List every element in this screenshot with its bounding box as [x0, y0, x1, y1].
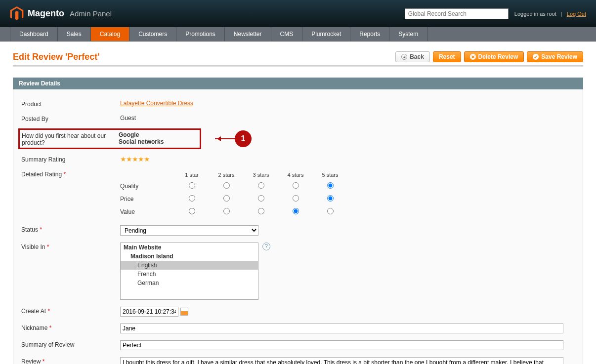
arrow-icon: [215, 138, 236, 139]
rating-radio[interactable]: [189, 182, 195, 189]
rating-radio[interactable]: [327, 182, 334, 189]
product-label: Product: [21, 100, 120, 108]
visible-in-listbox[interactable]: Main Website Madison Island English Fren…: [120, 243, 258, 300]
nickname-input[interactable]: [120, 324, 563, 333]
action-buttons: ◂Back Reset ✕Delete Review ✓Save Review: [395, 51, 583, 62]
page-title: Edit Review 'Perfect': [13, 52, 100, 62]
nav-system[interactable]: System: [389, 27, 427, 41]
rating-radio[interactable]: [293, 182, 299, 189]
rating-header: 2 stars: [209, 170, 244, 180]
rating-radio[interactable]: [189, 208, 195, 214]
header-right: Logged in as root | Log Out: [405, 8, 586, 19]
rating-radio[interactable]: [327, 195, 334, 202]
rating-radio[interactable]: [327, 208, 334, 214]
rating-header: 4 stars: [278, 170, 313, 180]
back-arrow-icon: ◂: [401, 54, 407, 60]
rating-name: Value: [120, 206, 174, 218]
reset-button[interactable]: Reset: [433, 51, 461, 62]
review-text-label: Review *: [21, 357, 120, 364]
nav-newsletter[interactable]: Newsletter: [225, 27, 271, 41]
list-item[interactable]: German: [121, 279, 258, 287]
row-summary-rating: Summary Rating ★★★★★: [21, 152, 575, 166]
row-summary-of-review: Summary of Review: [21, 337, 575, 354]
nickname-label: Nickname *: [21, 324, 120, 331]
nav-dashboard[interactable]: Dashboard: [10, 27, 58, 41]
rating-radio[interactable]: [293, 208, 299, 214]
page-content: Edit Review 'Perfect' ◂Back Reset ✕Delet…: [0, 41, 596, 364]
rating-header: 5 stars: [313, 170, 347, 180]
hear-values: Google Social networks: [119, 131, 198, 146]
rating-name: Quality: [120, 180, 174, 192]
row-nickname: Nickname *: [21, 320, 575, 337]
nav-promotions[interactable]: Promotions: [176, 27, 225, 41]
login-info: Logged in as root | Log Out: [514, 11, 586, 17]
list-item[interactable]: English: [121, 261, 258, 270]
logged-in-text: Logged in as root: [514, 11, 556, 17]
product-link[interactable]: Lafayette Convertible Dress: [120, 100, 193, 107]
summary-of-review-label: Summary of Review: [21, 340, 120, 348]
nav-catalog[interactable]: Catalog: [91, 27, 129, 41]
posted-by-value: Guest: [120, 115, 575, 121]
section-body: Product Lafayette Convertible Dress Post…: [13, 89, 583, 364]
status-label: Status *: [21, 225, 120, 233]
delete-review-button[interactable]: ✕Delete Review: [464, 51, 524, 62]
section-header: Review Details: [13, 78, 583, 89]
rating-radio[interactable]: [258, 208, 264, 214]
admin-header: Magento Admin Panel Logged in as root | …: [0, 0, 596, 27]
review-textarea[interactable]: [120, 357, 563, 364]
main-nav: DashboardSalesCatalogCustomersPromotions…: [0, 27, 596, 41]
row-detailed-rating: Detailed Rating * 1 star2 stars3 stars4 …: [21, 166, 575, 222]
nav-sales[interactable]: Sales: [58, 27, 91, 41]
rating-radio[interactable]: [223, 182, 230, 189]
visible-in-label: Visible In *: [21, 243, 120, 250]
brand-sub: Admin Panel: [70, 9, 112, 18]
logo: Magento Admin Panel: [10, 6, 112, 21]
rating-radio[interactable]: [223, 208, 230, 214]
callout-pointer: 1: [215, 130, 252, 147]
magento-logo-icon: [10, 6, 24, 21]
help-icon[interactable]: ?: [262, 243, 270, 250]
row-status: Status * Pending: [21, 222, 575, 239]
callout-highlight: How did you first hear about our product…: [18, 128, 201, 149]
save-review-button[interactable]: ✓Save Review: [527, 51, 583, 62]
nav-reports[interactable]: Reports: [350, 27, 389, 41]
nav-customers[interactable]: Customers: [129, 27, 176, 41]
nav-cms[interactable]: CMS: [271, 27, 303, 41]
row-created-at: Create At *: [21, 303, 575, 320]
rating-radio[interactable]: [223, 195, 230, 202]
global-search-input[interactable]: [405, 8, 509, 19]
page-head: Edit Review 'Perfect' ◂Back Reset ✕Delet…: [13, 41, 583, 65]
rating-header: 3 stars: [244, 170, 278, 180]
back-button[interactable]: ◂Back: [395, 51, 430, 62]
created-at-input[interactable]: [120, 307, 178, 317]
summary-input[interactable]: [120, 340, 563, 350]
rating-name: Price: [120, 193, 174, 205]
list-item[interactable]: Madison Island: [121, 252, 258, 261]
list-item[interactable]: Main Website: [121, 243, 258, 252]
logout-link[interactable]: Log Out: [567, 11, 586, 17]
posted-by-label: Posted By: [21, 115, 120, 122]
row-posted-by: Posted By Guest: [21, 111, 575, 126]
rating-row: Price: [120, 193, 575, 205]
head-divider: [13, 65, 583, 67]
delete-icon: ✕: [470, 54, 476, 60]
rating-radio[interactable]: [258, 182, 264, 189]
calendar-icon[interactable]: [180, 308, 188, 316]
hear-label: How did you first hear about our product…: [22, 131, 119, 146]
rating-radio[interactable]: [293, 195, 299, 202]
rating-radio[interactable]: [189, 195, 195, 202]
row-hear-about: How did you first hear about our product…: [21, 126, 575, 152]
nav-plumrocket[interactable]: Plumrocket: [302, 27, 350, 41]
status-select[interactable]: Pending: [120, 225, 258, 236]
summary-rating-label: Summary Rating: [21, 155, 120, 163]
list-item[interactable]: French: [121, 270, 258, 279]
rating-table: 1 star2 stars3 stars4 stars5 starsQualit…: [120, 170, 575, 218]
check-icon: ✓: [533, 54, 539, 60]
detailed-rating-label: Detailed Rating *: [21, 170, 120, 178]
rating-row: Value: [120, 205, 575, 218]
row-review-text: Review *: [21, 354, 575, 364]
brand-name: Magento: [28, 8, 64, 19]
rating-radio[interactable]: [258, 195, 264, 202]
created-at-label: Create At *: [21, 307, 120, 315]
rating-header: 1 star: [174, 170, 209, 180]
